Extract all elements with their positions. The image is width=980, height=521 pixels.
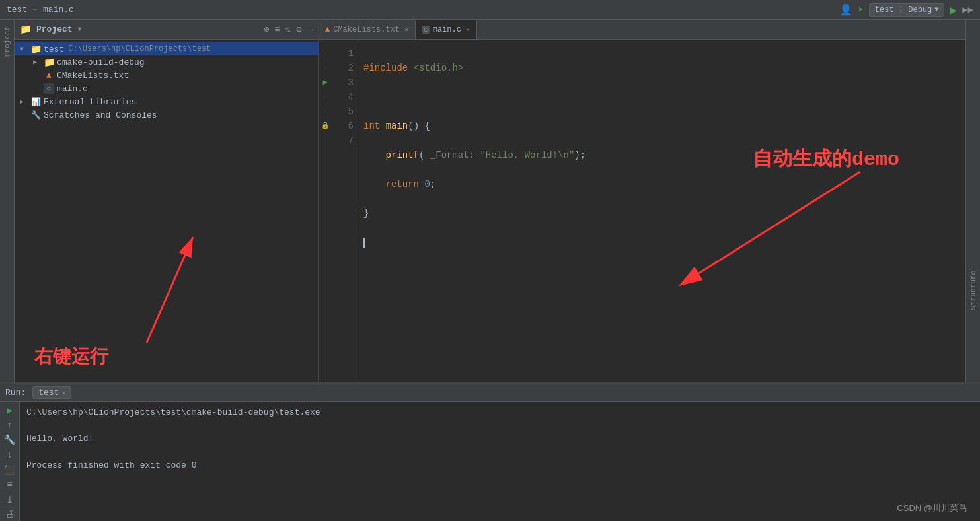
- vcs-icon[interactable]: 👤: [839, 3, 852, 17]
- bottom-panel: Run: test ✕ ▶ ↑ 🔧 ↓ ⬛ ≡ ⤓ 🖨 C:\Users\hp\…: [0, 382, 980, 521]
- code-line-4: printf( _Format: "Hello, World!\n");: [363, 150, 585, 160]
- run-config-chevron: ▼: [934, 6, 938, 13]
- tree-arrow-ext-libs: ▶: [20, 98, 28, 106]
- wrench-button[interactable]: 🔧: [3, 434, 17, 446]
- tree-label-cmake-build: cmake-build-debug: [57, 57, 145, 67]
- project-panel: 📁 Project ▼ ⊕ ≡ ⇅ ⚙ — ▼ 📁 test C:\Users\…: [15, 20, 319, 382]
- structure-tab[interactable]: Structure: [965, 20, 980, 382]
- console-line-5: Process finished with exit code 0: [26, 459, 973, 472]
- tree-label-mainc: main.c: [57, 84, 88, 94]
- tree-item-cmake-build[interactable]: ▶ 📁 cmake-build-debug: [15, 55, 318, 69]
- tree-item-test[interactable]: ▼ 📁 test C:\Users\hp\CLionProjects\test: [15, 42, 318, 55]
- run-gutter-3[interactable]: ▶: [319, 75, 332, 90]
- sort-icon[interactable]: ⇅: [285, 24, 291, 35]
- scroll-down-button[interactable]: ↓: [3, 450, 17, 460]
- settings-icon[interactable]: ⚙: [296, 24, 301, 35]
- code-wrapper: · · ▶ · · 🔒 1 2 3 4 5 6 7: [319, 40, 965, 382]
- tree-label-cmakelists: CMakeLists.txt: [57, 71, 129, 81]
- line-num-4: 4: [338, 90, 354, 104]
- tree-item-scratches[interactable]: ▶ 🔧 Scratches and Consoles: [15, 108, 318, 122]
- console-line-2: [26, 419, 973, 433]
- run-label: Run:: [5, 388, 26, 398]
- line-num-3: 3: [338, 75, 354, 90]
- console-line-4: [26, 446, 973, 459]
- scroll-up-button[interactable]: ↑: [3, 420, 17, 431]
- code-line-7: [363, 237, 365, 248]
- panel-dropdown-icon[interactable]: ▼: [78, 26, 82, 33]
- collapse-icon[interactable]: ≡: [274, 24, 280, 35]
- run-gutter-5: ·: [319, 104, 332, 119]
- line-num-5: 5: [338, 104, 354, 119]
- align-button[interactable]: ⤓: [3, 494, 17, 505]
- c-tab-close[interactable]: ✕: [466, 26, 470, 34]
- run-tab-close[interactable]: ✕: [61, 389, 65, 397]
- line-numbers: 1 2 3 4 5 6 7: [332, 40, 358, 382]
- project-tab-label[interactable]: Project: [3, 26, 11, 57]
- rerun-button[interactable]: ≡: [3, 479, 17, 490]
- title-separator: –: [32, 5, 38, 15]
- c-tab-icon: c: [422, 26, 430, 34]
- locate-icon[interactable]: ⊕: [264, 24, 269, 35]
- console-line-1: C:\Users\hp\CLionProjects\test\cmake-bui…: [26, 406, 973, 419]
- run-config-label: test | Debug: [875, 5, 932, 15]
- expand-button[interactable]: ▶▶: [962, 4, 973, 15]
- tree-item-cmakelists[interactable]: ▶ ▲ CMakeLists.txt: [15, 69, 318, 82]
- line-num-1: 1: [338, 46, 354, 61]
- tab-cmakelists[interactable]: ▲ CMakeLists.txt ✕: [319, 20, 416, 39]
- tree-item-external-libs[interactable]: ▶ 📊 External Libraries: [15, 95, 318, 108]
- run-gutter-4: ·: [319, 90, 332, 104]
- cmake-tab-icon: ▲: [325, 25, 330, 34]
- cmake-file-icon: ▲: [44, 70, 54, 81]
- run-tab-label: test: [38, 388, 59, 398]
- project-tree: ▼ 📁 test C:\Users\hp\CLionProjects\test …: [15, 40, 318, 214]
- run-button[interactable]: ▶: [950, 3, 957, 17]
- title-bar: test – main.c 👤 ➤ test | Debug ▼ ▶ ▶▶: [0, 0, 980, 20]
- title-bar-left: test – main.c: [7, 5, 74, 15]
- line-num-7: 7: [338, 133, 354, 148]
- c-tab-label: main.c: [433, 25, 461, 34]
- title-filename: main.c: [43, 5, 74, 15]
- structure-tab-label[interactable]: Structure: [969, 271, 977, 310]
- run-again-button[interactable]: ▶: [3, 405, 17, 416]
- code-line-5: return 0;: [363, 179, 435, 190]
- lock-gutter-6: 🔒: [319, 119, 332, 133]
- arrow-svg-left: [133, 217, 233, 349]
- folder-test-icon: 📁: [30, 44, 41, 54]
- cmake-tab-close[interactable]: ✕: [404, 26, 408, 34]
- code-line-1: #include <stdio.h>: [363, 63, 463, 73]
- watermark: CSDN @川川菜鸟: [897, 503, 967, 514]
- line-num-6: 6: [338, 119, 354, 133]
- bottom-left-icons: ▶ ↑ 🔧 ↓ ⬛ ≡ ⤓ 🖨: [0, 402, 20, 521]
- svg-line-1: [147, 237, 193, 343]
- run-gutter-1: ·: [319, 46, 332, 61]
- hide-icon[interactable]: —: [307, 24, 313, 35]
- code-line-3: int main() {: [363, 121, 430, 131]
- tree-arrow-test: ▼: [20, 46, 28, 53]
- right-click-annotation: 右键运行: [34, 344, 108, 369]
- tree-label-test: test: [44, 44, 64, 54]
- run-config-button[interactable]: test | Debug ▼: [869, 3, 944, 17]
- bottom-panel-header: Run: test ✕: [0, 384, 980, 402]
- run-gutter-2: ·: [319, 61, 332, 75]
- code-content[interactable]: #include <stdio.h> int main() { printf( …: [358, 40, 965, 382]
- print-button[interactable]: 🖨: [3, 509, 17, 520]
- tab-mainc[interactable]: c main.c ✕: [416, 20, 477, 39]
- tree-path-test: C:\Users\hp\CLionProjects\test: [68, 44, 211, 53]
- code-container: · · ▶ · · 🔒 1 2 3 4 5 6 7: [319, 40, 965, 382]
- editor-area: ▲ CMakeLists.txt ✕ c main.c ✕ · · ▶ · ·: [319, 20, 965, 382]
- run-tab[interactable]: test ✕: [32, 386, 71, 399]
- code-line-6: }: [363, 208, 369, 219]
- title-bar-right: 👤 ➤ test | Debug ▼ ▶ ▶▶: [839, 3, 973, 17]
- console-output: C:\Users\hp\CLionProjects\test\cmake-bui…: [20, 402, 980, 521]
- green-arrow-icon: ➤: [858, 4, 863, 15]
- console-line-3: Hello, World!: [26, 433, 973, 446]
- panel-header-icons: ⊕ ≡ ⇅ ⚙ —: [264, 24, 313, 35]
- stop-button[interactable]: ⬛: [3, 464, 17, 475]
- c-file-icon: c: [44, 83, 54, 94]
- project-vertical-tab[interactable]: Project: [0, 20, 15, 382]
- folder-icon: 📁: [20, 24, 31, 35]
- line-num-2: 2: [338, 61, 354, 75]
- gutter-area: · · ▶ · · 🔒: [319, 40, 332, 382]
- scratch-icon: 🔧: [30, 110, 41, 120]
- tree-item-mainc[interactable]: ▶ c main.c: [15, 82, 318, 95]
